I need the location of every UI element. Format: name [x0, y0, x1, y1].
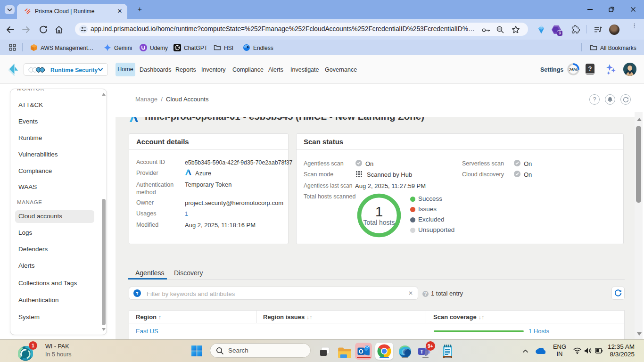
svg-text:1: 1: [375, 204, 383, 219]
svg-text:T: T: [420, 349, 423, 354]
svg-text:O: O: [359, 348, 363, 355]
svg-text:26%: 26%: [569, 67, 578, 72]
svg-text:Total hosts: Total hosts: [363, 219, 395, 226]
